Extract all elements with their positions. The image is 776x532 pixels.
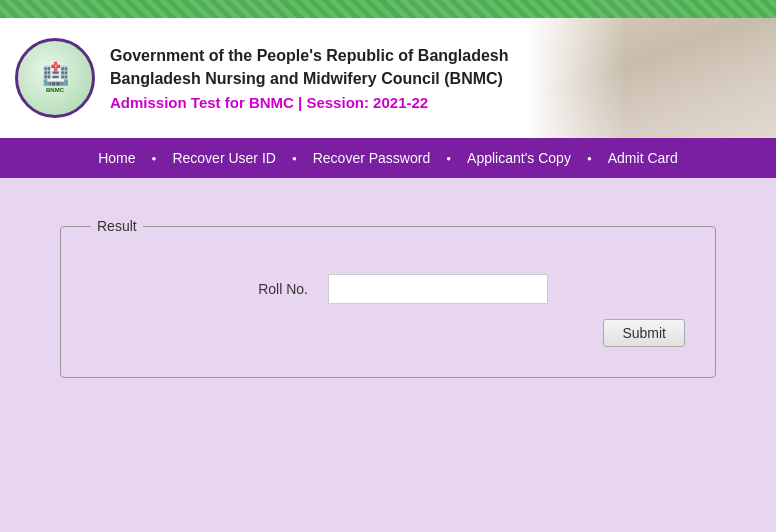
nav-item-home[interactable]: Home [82, 142, 151, 174]
organization-logo: 🏥 BNMC [15, 38, 95, 118]
header-text-block: Government of the People's Republic of B… [110, 45, 509, 111]
result-legend: Result [91, 218, 143, 234]
top-decorative-stripe [0, 0, 776, 18]
nav-link-recover-user-id[interactable]: Recover User ID [156, 142, 291, 174]
nav-item-recover-password[interactable]: Recover Password [297, 142, 447, 174]
roll-no-input[interactable] [328, 274, 548, 304]
page-header: 🏥 BNMC Government of the People's Republ… [0, 18, 776, 138]
nav-link-admit-card[interactable]: Admit Card [592, 142, 694, 174]
submit-button[interactable]: Submit [603, 319, 685, 347]
roll-no-label: Roll No. [228, 281, 308, 297]
nav-item-admit-card[interactable]: Admit Card [592, 142, 694, 174]
header-background-image [526, 18, 776, 138]
result-form-section: Result Roll No. Submit [60, 218, 716, 378]
submit-row: Submit [91, 319, 685, 347]
nav-item-recover-user-id[interactable]: Recover User ID [156, 142, 291, 174]
nav-link-recover-password[interactable]: Recover Password [297, 142, 447, 174]
roll-number-row: Roll No. [91, 274, 685, 304]
main-content-area: Result Roll No. Submit [0, 178, 776, 528]
org-title: Government of the People's Republic of B… [110, 45, 509, 90]
nav-item-applicants-copy[interactable]: Applicant's Copy [451, 142, 587, 174]
main-navigation: Home ● Recover User ID ● Recover Passwor… [0, 138, 776, 178]
admission-subtitle: Admission Test for BNMC | Session: 2021-… [110, 94, 509, 111]
nav-link-home[interactable]: Home [82, 142, 151, 174]
nav-link-applicants-copy[interactable]: Applicant's Copy [451, 142, 587, 174]
